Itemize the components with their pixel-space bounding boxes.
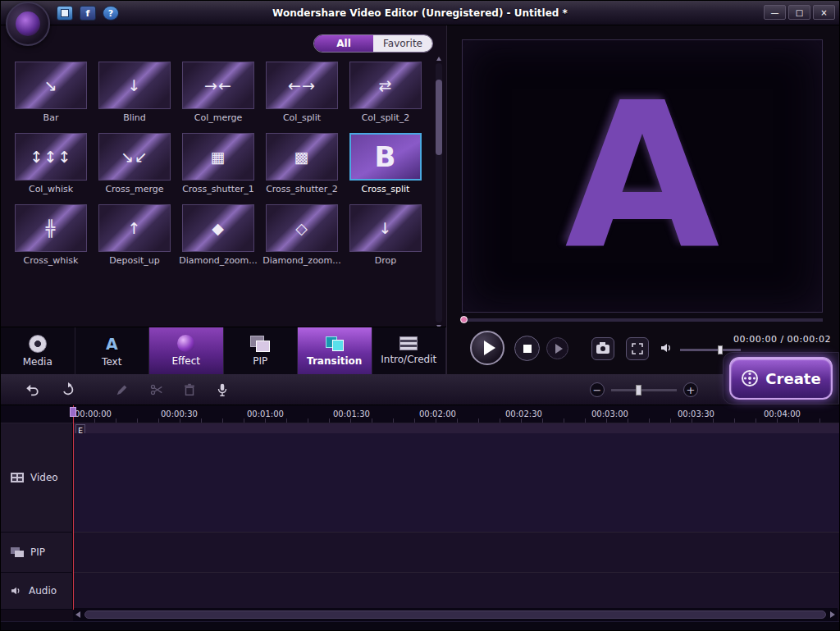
help-icon[interactable]: ? — [103, 6, 119, 21]
pip-photos-icon — [250, 336, 270, 352]
tab-transition[interactable]: Transition — [298, 327, 372, 374]
grid-row: ╬ Cross_whisk ↑ Deposit_up ◆ Diamond_zoo… — [9, 204, 431, 266]
tab-all[interactable]: All — [314, 35, 373, 52]
transition-glyph: ▦ — [211, 148, 226, 166]
create-button[interactable]: Create — [729, 357, 833, 400]
transition-item-col-split-2[interactable]: ⇄ Col_split_2 — [344, 62, 427, 123]
tab-media[interactable]: Media — [1, 327, 75, 374]
timeline: − + 00:00:00 00:00:30 00:01:00 00:01:30 … — [1, 374, 839, 630]
timeline-zoom-slider[interactable] — [611, 389, 677, 391]
preview-content-letter: A — [565, 76, 720, 277]
split-scissors-button[interactable] — [148, 382, 165, 398]
scroll-left-icon[interactable] — [75, 611, 80, 618]
timeline-hscrollbar[interactable] — [73, 608, 838, 621]
transition-item-col-whisk[interactable]: ↕↕↕ Col_whisk — [9, 133, 93, 194]
video-track-lane[interactable] — [73, 433, 839, 533]
audio-track-header[interactable]: Audio — [1, 573, 73, 610]
transition-item-diamond-zoom-2[interactable]: ◇ Diamond_zoom... — [260, 204, 344, 266]
transition-glyph: ◆ — [212, 219, 225, 237]
title-bar: f ? Wondershare Video Editor (Unregister… — [1, 1, 839, 25]
playhead-line[interactable] — [73, 405, 74, 610]
save-icon[interactable] — [57, 6, 73, 21]
redo-button[interactable] — [60, 382, 76, 398]
scroll-up-icon[interactable] — [436, 57, 441, 61]
transition-item-drop[interactable]: ↓ Drop — [344, 204, 427, 266]
fullscreen-button[interactable] — [626, 337, 649, 360]
transition-glyph: ⇄ — [379, 76, 393, 94]
transition-item-cross-shutter-2[interactable]: ▩ Cross_shutter_2 — [260, 133, 344, 194]
tab-effect[interactable]: Effect — [149, 327, 224, 374]
seek-bar[interactable] — [462, 318, 823, 322]
pip-track-header[interactable]: PIP — [1, 533, 73, 573]
transition-item-cross-whisk[interactable]: ╬ Cross_whisk — [9, 204, 93, 266]
transition-label: Diamond_zoom... — [262, 255, 341, 266]
scroll-right-icon[interactable] — [830, 611, 835, 618]
tab-favorite[interactable]: Favorite — [373, 35, 432, 52]
transition-item-blind[interactable]: ↓ Blind — [93, 62, 176, 123]
record-voiceover-mic-button[interactable] — [214, 382, 231, 398]
tab-intro-credit[interactable]: Intro/Credit — [372, 327, 447, 374]
tab-pip[interactable]: PIP — [224, 327, 299, 374]
pip-track-icon — [11, 547, 24, 557]
grid-row: ↘ Bar ↓ Blind →← Col_merge ←→ Col_split … — [9, 62, 431, 123]
track-label: Audio — [29, 585, 57, 597]
audio-track-lane[interactable] — [73, 573, 839, 610]
floppy-glyph — [61, 9, 69, 17]
transition-item-col-merge[interactable]: →← Col_merge — [176, 62, 260, 123]
transition-item-bar[interactable]: ↘ Bar — [9, 62, 93, 123]
marker-lane[interactable]: E — [73, 423, 839, 433]
zoom-knob[interactable] — [636, 385, 641, 396]
transition-thumb: ╬ — [15, 204, 87, 252]
stop-button[interactable] — [514, 336, 540, 361]
play-button[interactable] — [470, 331, 504, 365]
transition-glyph: ↓ — [128, 76, 142, 94]
transition-glyph: ←→ — [288, 76, 316, 94]
transition-item-cross-merge[interactable]: ↘↙ Cross_merge — [93, 133, 176, 194]
timeline-ruler[interactable]: 00:00:00 00:00:30 00:01:00 00:01:30 00:0… — [1, 405, 839, 423]
playhead-handle[interactable] — [70, 407, 76, 417]
transition-label: Col_whisk — [29, 184, 73, 194]
video-track-icon — [11, 473, 24, 482]
transition-item-cross-split-selected[interactable]: B Cross_split — [344, 133, 427, 194]
transition-label: Col_merge — [194, 112, 243, 123]
library-filter-tabs: All Favorite — [313, 34, 433, 53]
zoom-out-button[interactable]: − — [590, 382, 605, 397]
timeline-lanes[interactable]: E — [73, 423, 839, 610]
maximize-button[interactable]: □ — [788, 5, 810, 20]
create-button-label: Create — [765, 370, 820, 387]
snapshot-button[interactable] — [591, 337, 614, 360]
track-label: Video — [30, 472, 58, 483]
undo-button[interactable] — [24, 382, 40, 398]
volume-slider[interactable] — [680, 349, 741, 351]
transition-label: Cross_shutter_2 — [266, 184, 338, 194]
fullscreen-icon — [631, 342, 644, 355]
video-preview[interactable]: A — [462, 39, 823, 313]
transition-glyph: ↘ — [44, 76, 58, 94]
volume-icon[interactable] — [660, 342, 673, 354]
transition-item-diamond-zoom-1[interactable]: ◆ Diamond_zoom... — [176, 204, 260, 266]
hscrollbar-thumb[interactable] — [84, 610, 826, 619]
app-logo[interactable] — [6, 2, 50, 46]
status-strip — [1, 621, 839, 630]
transition-item-col-split[interactable]: ←→ Col_split — [260, 62, 344, 123]
scrollbar-thumb[interactable] — [436, 80, 442, 155]
transition-item-cross-shutter-1[interactable]: ▦ Cross_shutter_1 — [176, 133, 260, 194]
close-button[interactable]: × — [813, 5, 835, 20]
next-frame-button[interactable] — [546, 337, 568, 359]
tab-label: Effect — [171, 355, 200, 367]
library-scrollbar[interactable] — [436, 63, 442, 322]
window-controls: — □ × — [764, 5, 835, 20]
transition-item-deposit-up[interactable]: ↑ Deposit_up — [93, 204, 176, 266]
ruler-tick-label: 00:02:30 — [505, 409, 542, 418]
seek-handle[interactable] — [460, 316, 468, 323]
pip-track-lane[interactable] — [73, 533, 839, 573]
intro-filmstrip-icon — [399, 336, 418, 350]
delete-trash-button[interactable] — [181, 382, 198, 398]
tab-text[interactable]: A Text — [75, 327, 150, 374]
facebook-icon[interactable]: f — [80, 6, 96, 21]
volume-knob[interactable] — [718, 345, 723, 354]
zoom-in-button[interactable]: + — [683, 382, 698, 397]
video-track-header[interactable]: Video — [1, 423, 73, 533]
minimize-button[interactable]: — — [764, 5, 786, 20]
edit-button[interactable] — [114, 382, 130, 398]
